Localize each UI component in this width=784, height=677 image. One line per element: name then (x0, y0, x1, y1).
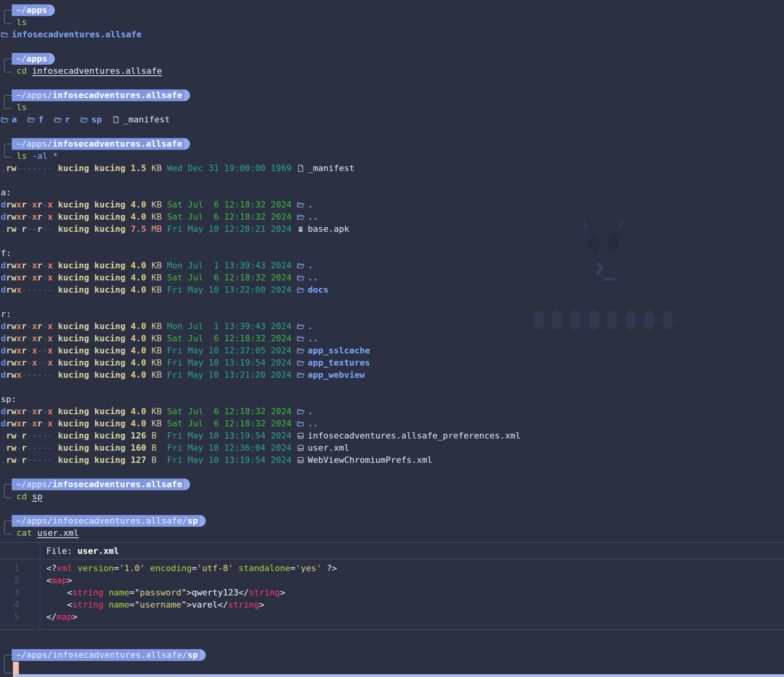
terminal-line: .rw-r----- kucing kucing 160 B Fri May 1… (0, 442, 784, 454)
prompt-path-pill: ~/apps/infosecadventures.allsafe/sp (12, 515, 206, 527)
line-number: 4 (0, 599, 40, 611)
prompt-path-pill: ~/apps/infosecadventures.allsafe/sp (12, 649, 206, 661)
folder-open-icon (1, 31, 9, 38)
bat-code-line: 4 <string name="username">varel</string> (0, 599, 784, 611)
listing-row-manifest: .rw------- kucing kucing 1.5 KB Wed Dec … (0, 162, 784, 174)
section-label-f: f: (0, 247, 784, 259)
prompt-path-pill: ~/apps (12, 53, 55, 65)
folder-open-icon (80, 116, 88, 124)
bat-file-name: user.xml (77, 546, 119, 556)
file-document-icon (112, 116, 120, 124)
folder-open-icon (297, 420, 305, 428)
folder-open-icon (297, 286, 305, 294)
prompt-bracket (4, 10, 12, 24)
folder-open-icon (297, 359, 305, 367)
terminal-line: drwxr-xr-x kucing kucing 4.0 KB Sat Jul … (0, 211, 784, 223)
prompt-block-4: ~/apps/infosecadventures.allsafe ls -al … (0, 138, 784, 162)
prompt-path-prefix: ~/apps/infosecadventures.allsafe/ (16, 516, 187, 526)
terminal-line: .rw-r----- kucing kucing 127 B Fri May 1… (0, 454, 784, 466)
command-line: cat user.xml (0, 527, 784, 539)
section-sp-rows: drwxr-xr-x kucing kucing 4.0 KB Sat Jul … (0, 405, 784, 466)
prompt-path-current: sp (187, 650, 198, 660)
command-line: ls -al * (0, 150, 784, 162)
section-a-rows: drwxr-xr-x kucing kucing 4.0 KB Sat Jul … (0, 198, 784, 235)
section-label-a: a: (0, 186, 784, 198)
prompt-bracket (4, 655, 12, 673)
line-number: 3 (0, 586, 40, 599)
prompt-bracket (4, 144, 12, 158)
prompt-block-1: ~/apps ls (0, 4, 784, 28)
bottom-accent-bar (15, 674, 784, 677)
terminal-line: .rw-r----- kucing kucing 126 B Fri May 1… (0, 429, 784, 442)
prompt-path-current: apps (27, 5, 47, 15)
bat-code-line: 3 <string name="password">qwerty123</str… (0, 586, 784, 599)
prompt-bracket (4, 58, 12, 73)
terminal-line: drwxr-xr-x kucing kucing 4.0 KB Sat Jul … (0, 417, 784, 429)
bat-code-line: 5</map> (0, 611, 784, 623)
prompt-path-prefix: ~/apps/ (16, 139, 53, 149)
prompt-block-6: ~/apps/infosecadventures.allsafe/sp cat … (0, 515, 784, 539)
bat-code-lines: 1<?xml version='1.0' encoding='utf-8' st… (0, 562, 784, 623)
prompt-path-prefix: ~/apps/ (16, 90, 53, 100)
folder-open-icon (297, 213, 305, 221)
folder-open-icon (297, 201, 305, 209)
terminal-line: .rw-r--r-- kucing kucing 7.5 MB Fri May … (0, 223, 784, 235)
prompt-path-current: infosecadventures.allsafe (53, 479, 182, 489)
bat-code-line: 2<map> (0, 574, 784, 586)
command-line: cd sp (0, 490, 784, 502)
prompt-block-5: ~/apps/infosecadventures.allsafe cd sp (0, 478, 784, 502)
terminal-line: drwxr-xr-x kucing kucing 4.0 KB Sat Jul … (0, 198, 784, 211)
prompt-path-prefix: ~/ (16, 54, 27, 64)
terminal-line: drwx------ kucing kucing 4.0 KB Fri May … (0, 284, 784, 296)
section-label-sp: sp: (0, 393, 784, 405)
prompt-path-current: sp (187, 516, 198, 526)
prompt-bracket (4, 95, 12, 109)
prompt-path-current: apps (27, 54, 47, 64)
terminal-line: drwxr-x--x kucing kucing 4.0 KB Fri May … (0, 344, 784, 357)
prompt-path-pill: ~/apps (12, 4, 55, 16)
section-r-rows: drwxr-xr-x kucing kucing 4.0 KB Mon Jul … (0, 320, 784, 381)
android-robot-icon (297, 225, 305, 233)
section-f-rows: drwxr-xr-x kucing kucing 4.0 KB Mon Jul … (0, 259, 784, 296)
terminal-line: drwxr-xr-x kucing kucing 4.0 KB Mon Jul … (0, 320, 784, 332)
prompt-path-pill: ~/apps/infosecadventures.allsafe (12, 138, 190, 150)
prompt-path-prefix: ~/apps/infosecadventures.allsafe/ (16, 650, 187, 660)
xml-file-icon (297, 456, 305, 464)
prompt-path-current: infosecadventures.allsafe (53, 139, 182, 149)
prompt-pill-cap (184, 479, 190, 490)
bat-file-viewer: File: user.xml 1<?xml version='1.0' enco… (0, 542, 784, 630)
terminal-line: drwxr-xr-x kucing kucing 4.0 KB Sat Jul … (0, 271, 784, 284)
terminal-line: drwx------ kucing kucing 4.0 KB Fri May … (0, 369, 784, 381)
terminal-line: drwxr-x--x kucing kucing 4.0 KB Fri May … (0, 357, 784, 369)
terminal[interactable]: ~/apps ls infosecadventures.allsafe ~/ap… (0, 0, 784, 677)
terminal-line: drwxr-xr-x kucing kucing 4.0 KB Sat Jul … (0, 332, 784, 344)
folder-open-icon (297, 322, 305, 330)
ls-output: a f r sp _manifest (0, 113, 784, 126)
prompt-bracket (4, 520, 12, 535)
folder-open-icon (297, 262, 305, 269)
command-line: cd infosecadventures.allsafe (0, 65, 784, 77)
command-line: ls (0, 101, 784, 113)
folder-open-icon (297, 371, 305, 379)
line-number: 1 (0, 562, 40, 574)
prompt-pill-cap (184, 138, 190, 150)
prompt-block-3: ~/apps/infosecadventures.allsafe ls (0, 89, 784, 113)
bat-header: File: user.xml (0, 543, 784, 560)
folder-open-icon (297, 408, 305, 415)
folder-open-icon (54, 116, 62, 124)
folder-open-icon (297, 347, 305, 355)
command-line: ls (0, 16, 784, 28)
folder-open-icon (297, 335, 305, 342)
prompt-bracket (4, 484, 12, 498)
bat-code-line: 1<?xml version='1.0' encoding='utf-8' st… (0, 562, 784, 574)
folder-open-icon (297, 274, 305, 282)
prompt-path-current: infosecadventures.allsafe (53, 90, 182, 100)
terminal-line: drwxr-xr-x kucing kucing 4.0 KB Sat Jul … (0, 405, 784, 417)
section-label-r: r: (0, 308, 784, 320)
prompt-path-pill: ~/apps/infosecadventures.allsafe (12, 479, 190, 490)
folder-open-icon (27, 116, 35, 124)
prompt-pill-cap (49, 53, 55, 65)
prompt-path-pill: ~/apps/infosecadventures.allsafe (12, 89, 190, 101)
prompt-block-7: ~/apps/infosecadventures.allsafe/sp (0, 649, 784, 677)
prompt-path-prefix: ~/apps/ (16, 479, 53, 489)
